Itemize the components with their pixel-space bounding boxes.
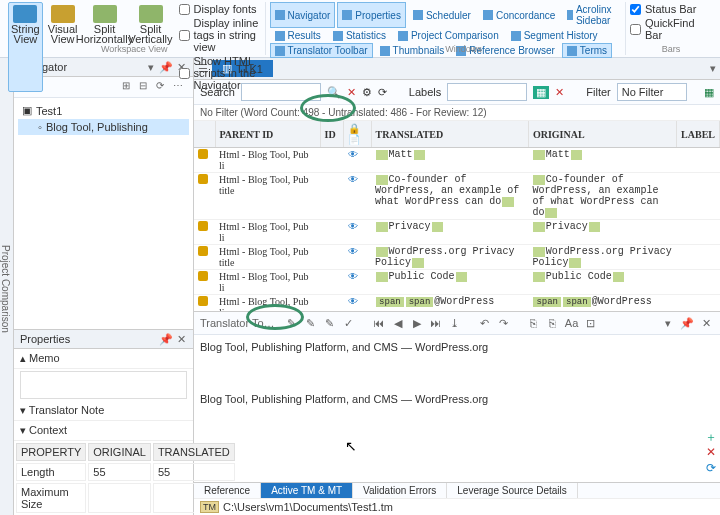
xl-last[interactable]: ⏭ <box>428 315 444 331</box>
xl-tag3[interactable]: Aa <box>564 315 580 331</box>
display-fonts-check[interactable]: Display fonts <box>179 2 261 16</box>
translation-grid[interactable]: PARENT ID ID 🔒📄 TRANSLATED ORIGINAL LABE… <box>194 121 720 311</box>
rt-add-icon[interactable]: ＋ <box>704 429 718 443</box>
group-bars: Bars <box>662 44 681 54</box>
search-go-icon[interactable]: 🔍 <box>327 86 341 99</box>
prop-col-property: PROPERTY <box>16 443 86 461</box>
filter-label: Filter <box>586 86 610 98</box>
win-scheduler[interactable]: Scheduler <box>408 2 476 28</box>
grid-row[interactable]: Html - Blog Tool, Pub title👁 WordPress.o… <box>194 245 720 270</box>
grid-row[interactable]: Html - Blog Tool, Pub title👁 Co-founder … <box>194 173 720 220</box>
win-translator-toolbar[interactable]: Translator Toolbar <box>270 43 373 58</box>
grid-row[interactable]: Html - Blog Tool, Pub li👁 Matt Matt <box>194 148 720 173</box>
win-concordance[interactable]: Concordance <box>478 2 560 28</box>
btab-validation-errors[interactable]: Validation Errors <box>353 483 447 498</box>
project-comparison-tab[interactable]: Project Comparison <box>0 58 14 515</box>
labels-label: Labels <box>409 86 441 98</box>
props-close-icon[interactable]: ✕ <box>175 333 187 345</box>
memo-box[interactable] <box>20 371 187 399</box>
xl-redo[interactable]: ↷ <box>496 315 512 331</box>
grid-row[interactable]: Html - Blog Tool, Pub li👁 Public Code Pu… <box>194 270 720 295</box>
tabs-menu2-icon[interactable]: ▾ <box>710 62 716 75</box>
labels-input[interactable] <box>447 83 527 101</box>
status-bar-check[interactable]: Status Bar <box>630 2 712 16</box>
xl-btn-3[interactable]: ✎ <box>322 315 338 331</box>
xl-btn-4[interactable]: ✓ <box>341 315 357 331</box>
inline-tags-check[interactable]: Display inline tags in string view <box>179 16 261 54</box>
tm-path: C:\Users\vm1\Documents\Test1.tm <box>223 501 393 513</box>
xlator-source: Blog Tool, Publishing Platform, and CMS … <box>200 341 714 353</box>
xl-next[interactable]: ▶ <box>409 315 425 331</box>
win-segment-history[interactable]: Segment History <box>506 28 603 43</box>
labels-clear-icon[interactable]: ✕ <box>555 86 564 99</box>
xl-first[interactable]: ⏮ <box>371 315 387 331</box>
translator-note-section[interactable]: ▾ Translator Note <box>14 401 193 421</box>
col-translated[interactable]: TRANSLATED <box>371 121 528 148</box>
win-terms[interactable]: Terms <box>562 43 612 58</box>
filter-summary: No Filter (Word Count: 498 - Untranslate… <box>194 105 720 121</box>
xl-prev[interactable]: ◀ <box>390 315 406 331</box>
xl-tag1[interactable]: ⎘ <box>526 315 542 331</box>
props-pin-icon[interactable]: 📌 <box>160 333 172 345</box>
win-acrolinx-sidebar[interactable]: Acrolinx Sidebar <box>562 2 621 28</box>
labels-apply-icon[interactable]: ▦ <box>533 86 549 99</box>
win-project-comparison[interactable]: Project Comparison <box>393 28 504 43</box>
xl-menu[interactable]: ▾ <box>660 315 676 331</box>
rt-refresh-icon[interactable]: ⟳ <box>704 461 718 475</box>
xl-btn-1[interactable]: ✎ <box>284 315 300 331</box>
html-scripts-check[interactable]: Show HTML scripts in the Navigator <box>179 54 261 92</box>
tm-icon: TM <box>200 501 219 513</box>
col-parent-id[interactable]: PARENT ID <box>215 121 320 148</box>
btab-reference[interactable]: Reference <box>194 483 261 498</box>
btab-leverage-source-details[interactable]: Leverage Source Details <box>447 483 578 498</box>
xl-down[interactable]: ⤓ <box>447 315 463 331</box>
prop-col-original: ORIGINAL <box>88 443 151 461</box>
context-section[interactable]: ▾ Context <box>14 421 193 441</box>
group-workspace: Workspace View <box>101 44 168 54</box>
export-excel-icon[interactable]: ▦ <box>704 86 714 99</box>
group-windows: Windows <box>445 44 482 54</box>
win-navigator[interactable]: Navigator <box>270 2 336 28</box>
btab-active-tm-mt[interactable]: Active TM & MT <box>261 483 353 498</box>
xlator-target[interactable]: Blog Tool, Publishing Platform, and CMS … <box>200 393 714 405</box>
grid-row[interactable]: Html - Blog Tool, Pub li👁 Privacy Privac… <box>194 220 720 245</box>
filter-input[interactable] <box>617 83 687 101</box>
col-label[interactable]: LABEL <box>677 121 720 148</box>
xl-pin-icon[interactable]: 📌 <box>679 315 695 331</box>
tree-root[interactable]: ▣ Test1 <box>18 102 189 119</box>
xl-close-icon[interactable]: ✕ <box>698 315 714 331</box>
search-clear-icon[interactable]: ✕ <box>347 86 356 99</box>
xl-tag4[interactable]: ⊡ <box>583 315 599 331</box>
quickfind-bar-check[interactable]: QuickFind Bar <box>630 16 712 42</box>
col-original[interactable]: ORIGINAL <box>528 121 676 148</box>
grid-row[interactable]: Html - Blog Tool, Pub li👁spanspan@WordPr… <box>194 295 720 312</box>
search-refresh-icon[interactable]: ⟳ <box>378 86 387 99</box>
win-results[interactable]: Results <box>270 28 326 43</box>
xl-btn-2[interactable]: ✎ <box>303 315 319 331</box>
rt-del-icon[interactable]: ✕ <box>704 445 718 459</box>
tree-child[interactable]: ◦ Blog Tool, Publishing <box>18 119 189 135</box>
xl-tag2[interactable]: ⎘ <box>545 315 561 331</box>
search-gear-icon[interactable]: ⚙ <box>362 86 372 99</box>
memo-section[interactable]: ▴ Memo <box>14 349 193 369</box>
visual-view-btn[interactable]: VisualView <box>45 2 81 92</box>
win-statistics[interactable]: Statistics <box>328 28 391 43</box>
string-view-btn[interactable]: StringView <box>8 2 43 92</box>
properties-title: Properties <box>20 333 70 345</box>
col-flags[interactable]: 🔒📄 <box>344 121 371 148</box>
win-thumbnails[interactable]: Thumbnails <box>375 43 450 58</box>
col-id[interactable]: ID <box>320 121 344 148</box>
win-properties[interactable]: Properties <box>337 2 406 28</box>
xl-undo[interactable]: ↶ <box>477 315 493 331</box>
xlator-title: Translator To… <box>200 315 275 331</box>
